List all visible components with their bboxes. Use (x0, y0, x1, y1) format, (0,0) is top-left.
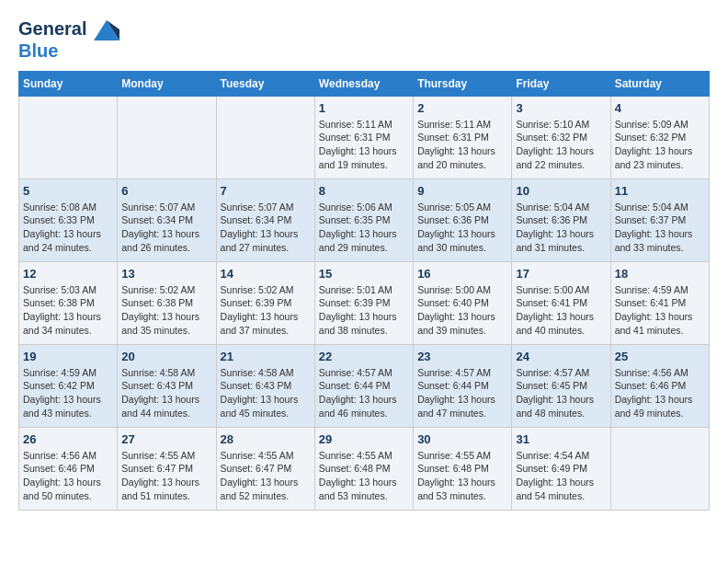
day-info: Sunrise: 4:55 AM Sunset: 6:47 PM Dayligh… (121, 449, 211, 503)
calendar-cell: 16Sunrise: 5:00 AM Sunset: 6:40 PM Dayli… (414, 261, 512, 344)
day-info: Sunrise: 4:55 AM Sunset: 6:48 PM Dayligh… (417, 449, 507, 503)
day-number: 22 (319, 350, 409, 363)
day-header-thursday: Thursday (414, 71, 512, 96)
day-number: 21 (221, 350, 311, 363)
calendar-cell: 9Sunrise: 5:05 AM Sunset: 6:36 PM Daylig… (414, 178, 512, 261)
day-number: 8 (319, 184, 409, 198)
day-number: 28 (221, 432, 311, 446)
day-info: Sunrise: 5:02 AM Sunset: 6:39 PM Dayligh… (221, 283, 311, 338)
calendar-cell: 10Sunrise: 5:04 AM Sunset: 6:36 PM Dayli… (512, 178, 610, 261)
calendar-cell (216, 96, 314, 178)
calendar-cell: 18Sunrise: 4:59 AM Sunset: 6:41 PM Dayli… (610, 261, 709, 344)
day-info: Sunrise: 5:07 AM Sunset: 6:34 PM Dayligh… (221, 201, 311, 255)
day-info: Sunrise: 4:58 AM Sunset: 6:43 PM Dayligh… (121, 366, 211, 420)
day-header-saturday: Saturday (610, 71, 709, 96)
calendar-cell: 19Sunrise: 4:59 AM Sunset: 6:42 PM Dayli… (19, 344, 118, 427)
calendar-cell: 30Sunrise: 4:55 AM Sunset: 6:48 PM Dayli… (414, 427, 512, 510)
day-number: 31 (516, 432, 606, 446)
day-header-wednesday: Wednesday (314, 71, 413, 96)
day-number: 2 (417, 101, 507, 115)
calendar-cell: 29Sunrise: 4:55 AM Sunset: 6:48 PM Dayli… (314, 427, 413, 510)
calendar-table: SundayMondayTuesdayWednesdayThursdayFrid… (18, 71, 710, 511)
calendar-cell: 7Sunrise: 5:07 AM Sunset: 6:34 PM Daylig… (216, 178, 314, 261)
calendar-cell: 24Sunrise: 4:57 AM Sunset: 6:45 PM Dayli… (512, 344, 610, 427)
day-info: Sunrise: 5:02 AM Sunset: 6:38 PM Dayligh… (121, 283, 211, 338)
calendar-week-2: 5Sunrise: 5:08 AM Sunset: 6:33 PM Daylig… (19, 178, 710, 261)
day-info: Sunrise: 4:59 AM Sunset: 6:42 PM Dayligh… (23, 366, 113, 420)
day-info: Sunrise: 4:57 AM Sunset: 6:44 PM Dayligh… (319, 366, 409, 420)
calendar-cell: 27Sunrise: 4:55 AM Sunset: 6:47 PM Dayli… (118, 427, 216, 510)
calendar-week-4: 19Sunrise: 4:59 AM Sunset: 6:42 PM Dayli… (19, 344, 710, 427)
day-info: Sunrise: 5:11 AM Sunset: 6:31 PM Dayligh… (319, 118, 409, 172)
day-info: Sunrise: 4:56 AM Sunset: 6:46 PM Dayligh… (23, 449, 113, 503)
day-info: Sunrise: 4:57 AM Sunset: 6:45 PM Dayligh… (516, 366, 606, 420)
calendar-cell: 4Sunrise: 5:09 AM Sunset: 6:32 PM Daylig… (610, 96, 709, 178)
calendar-cell: 3Sunrise: 5:10 AM Sunset: 6:32 PM Daylig… (512, 96, 610, 178)
day-number: 24 (516, 350, 606, 363)
page-header: General Blue (18, 18, 710, 62)
day-info: Sunrise: 5:00 AM Sunset: 6:41 PM Dayligh… (516, 283, 606, 338)
day-header-sunday: Sunday (19, 71, 118, 96)
day-info: Sunrise: 4:57 AM Sunset: 6:44 PM Dayligh… (417, 366, 507, 420)
calendar-cell: 21Sunrise: 4:58 AM Sunset: 6:43 PM Dayli… (216, 344, 314, 427)
logo-text-general: General (18, 18, 86, 39)
calendar-week-5: 26Sunrise: 4:56 AM Sunset: 6:46 PM Dayli… (19, 427, 710, 510)
day-info: Sunrise: 5:03 AM Sunset: 6:38 PM Dayligh… (23, 283, 113, 338)
calendar-cell: 26Sunrise: 4:56 AM Sunset: 6:46 PM Dayli… (19, 427, 118, 510)
day-info: Sunrise: 4:55 AM Sunset: 6:47 PM Dayligh… (221, 449, 311, 503)
day-number: 29 (319, 432, 409, 446)
day-info: Sunrise: 5:01 AM Sunset: 6:39 PM Dayligh… (319, 283, 409, 338)
day-number: 7 (221, 184, 311, 198)
day-info: Sunrise: 5:06 AM Sunset: 6:35 PM Dayligh… (319, 201, 409, 255)
logo-icon (94, 20, 119, 40)
calendar-cell: 15Sunrise: 5:01 AM Sunset: 6:39 PM Dayli… (314, 261, 413, 344)
day-info: Sunrise: 4:59 AM Sunset: 6:41 PM Dayligh… (615, 283, 705, 338)
logo-text-blue: Blue (18, 40, 119, 62)
day-info: Sunrise: 5:04 AM Sunset: 6:37 PM Dayligh… (615, 201, 705, 255)
calendar-week-3: 12Sunrise: 5:03 AM Sunset: 6:38 PM Dayli… (19, 261, 710, 344)
day-number: 20 (121, 350, 211, 363)
day-number: 5 (23, 184, 113, 198)
day-info: Sunrise: 5:10 AM Sunset: 6:32 PM Dayligh… (516, 118, 606, 172)
calendar-cell: 20Sunrise: 4:58 AM Sunset: 6:43 PM Dayli… (118, 344, 216, 427)
day-header-row: SundayMondayTuesdayWednesdayThursdayFrid… (19, 71, 710, 96)
day-info: Sunrise: 5:05 AM Sunset: 6:36 PM Dayligh… (417, 201, 507, 255)
day-number: 10 (516, 184, 606, 198)
calendar-cell (610, 427, 709, 510)
calendar-cell: 31Sunrise: 4:54 AM Sunset: 6:49 PM Dayli… (512, 427, 610, 510)
calendar-cell: 13Sunrise: 5:02 AM Sunset: 6:38 PM Dayli… (118, 261, 216, 344)
calendar-cell (19, 96, 118, 178)
day-number: 25 (615, 350, 705, 363)
day-number: 16 (417, 267, 507, 281)
day-number: 4 (615, 101, 705, 115)
calendar-cell: 2Sunrise: 5:11 AM Sunset: 6:31 PM Daylig… (414, 96, 512, 178)
day-info: Sunrise: 5:08 AM Sunset: 6:33 PM Dayligh… (23, 201, 113, 255)
day-info: Sunrise: 5:09 AM Sunset: 6:32 PM Dayligh… (615, 118, 705, 172)
calendar-cell: 17Sunrise: 5:00 AM Sunset: 6:41 PM Dayli… (512, 261, 610, 344)
calendar-cell: 12Sunrise: 5:03 AM Sunset: 6:38 PM Dayli… (19, 261, 118, 344)
calendar-cell: 11Sunrise: 5:04 AM Sunset: 6:37 PM Dayli… (610, 178, 709, 261)
day-info: Sunrise: 5:00 AM Sunset: 6:40 PM Dayligh… (417, 283, 507, 338)
day-info: Sunrise: 4:58 AM Sunset: 6:43 PM Dayligh… (221, 366, 311, 420)
calendar-cell: 14Sunrise: 5:02 AM Sunset: 6:39 PM Dayli… (216, 261, 314, 344)
day-number: 14 (221, 267, 311, 281)
calendar-week-1: 1Sunrise: 5:11 AM Sunset: 6:31 PM Daylig… (19, 96, 710, 178)
day-number: 30 (417, 432, 507, 446)
day-number: 17 (516, 267, 606, 281)
day-header-friday: Friday (512, 71, 610, 96)
day-number: 11 (615, 184, 705, 198)
day-number: 27 (121, 432, 211, 446)
calendar-cell (118, 96, 216, 178)
day-info: Sunrise: 4:54 AM Sunset: 6:49 PM Dayligh… (516, 449, 606, 503)
day-number: 23 (417, 350, 507, 363)
calendar-cell: 23Sunrise: 4:57 AM Sunset: 6:44 PM Dayli… (414, 344, 512, 427)
day-number: 18 (615, 267, 705, 281)
day-number: 12 (23, 267, 113, 281)
day-info: Sunrise: 4:56 AM Sunset: 6:46 PM Dayligh… (615, 366, 705, 420)
day-number: 1 (319, 101, 409, 115)
calendar-cell: 8Sunrise: 5:06 AM Sunset: 6:35 PM Daylig… (314, 178, 413, 261)
day-number: 9 (417, 184, 507, 198)
calendar-cell: 6Sunrise: 5:07 AM Sunset: 6:34 PM Daylig… (118, 178, 216, 261)
calendar-cell: 5Sunrise: 5:08 AM Sunset: 6:33 PM Daylig… (19, 178, 118, 261)
calendar-cell: 28Sunrise: 4:55 AM Sunset: 6:47 PM Dayli… (216, 427, 314, 510)
